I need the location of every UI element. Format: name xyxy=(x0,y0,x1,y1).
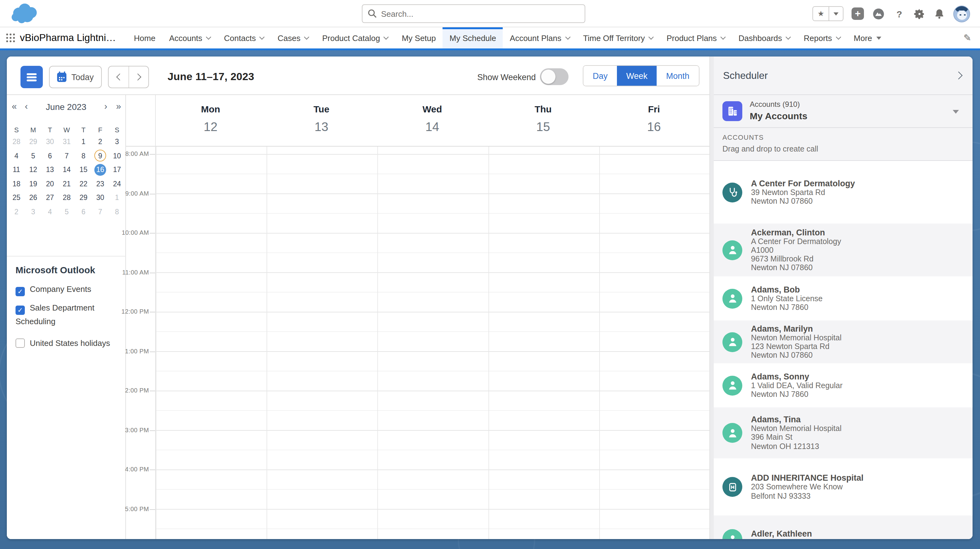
mini-day[interactable]: 31 xyxy=(61,136,73,148)
view-day-button[interactable]: Day xyxy=(584,66,617,86)
mini-day[interactable]: 3 xyxy=(27,206,39,218)
tab-account-plans[interactable]: Account Plans xyxy=(503,27,576,48)
list-item[interactable]: Adams, Sonny1 Valid DEA, Valid RegularNe… xyxy=(714,363,972,407)
mini-day[interactable]: 4 xyxy=(44,206,56,218)
tab-more[interactable]: More xyxy=(847,27,888,48)
edit-nav-pencil-icon[interactable]: ✎ xyxy=(964,32,971,43)
user-avatar[interactable] xyxy=(953,5,970,22)
checkbox-checked-icon[interactable]: ✓ xyxy=(16,306,25,315)
mini-day[interactable]: 26 xyxy=(27,192,39,204)
tab-product-catalog[interactable]: Product Catalog xyxy=(315,27,395,48)
list-item[interactable]: Ackerman, ClintonA Center For Dermatolog… xyxy=(714,223,972,276)
day-header-fri[interactable]: Fri16 xyxy=(598,95,710,147)
mini-day[interactable]: 13 xyxy=(44,164,56,176)
mini-day-selected[interactable]: 16 xyxy=(94,164,106,176)
app-name[interactable]: vBioPharma Lightni… xyxy=(20,32,116,43)
view-week-button[interactable]: Week xyxy=(617,66,657,86)
mini-day[interactable]: 2 xyxy=(11,206,22,218)
mini-day[interactable]: 7 xyxy=(61,150,73,162)
list-item[interactable]: Adams, MarilynNewton Memorial Hospital12… xyxy=(714,321,972,363)
setup-gear-icon[interactable] xyxy=(913,8,925,19)
view-month-button[interactable]: Month xyxy=(657,66,699,86)
hour-tick xyxy=(150,312,155,313)
tab-contacts[interactable]: Contacts xyxy=(217,27,271,48)
mini-day[interactable]: 20 xyxy=(44,178,56,190)
tab-reports[interactable]: Reports xyxy=(797,27,847,48)
mini-day[interactable]: 28 xyxy=(61,192,73,204)
time-label: 10:00 AM xyxy=(96,229,149,236)
day-header-tue[interactable]: Tue13 xyxy=(266,95,377,147)
list-item[interactable]: Adams, TinaNewton Memorial Hospital396 M… xyxy=(714,407,972,458)
hour-tick xyxy=(150,469,155,470)
mini-day[interactable]: 6 xyxy=(44,150,56,162)
favorites-star-icon[interactable]: ★ xyxy=(813,7,829,21)
week-grid[interactable] xyxy=(156,147,710,539)
tab-home[interactable]: Home xyxy=(127,27,162,48)
list-item[interactable]: Adams, Bob1 Only State LicenseNewton NJ … xyxy=(714,276,972,321)
checkbox-unchecked-icon[interactable] xyxy=(16,338,25,348)
tab-dashboards[interactable]: Dashboards xyxy=(732,27,797,48)
mini-day[interactable]: 7 xyxy=(94,206,106,218)
mini-day[interactable]: 30 xyxy=(44,136,56,148)
day-header-thu[interactable]: Thu15 xyxy=(488,95,598,147)
mini-day[interactable]: 24 xyxy=(111,178,123,190)
mini-day[interactable]: 3 xyxy=(111,136,123,148)
mini-day[interactable]: 29 xyxy=(27,136,39,148)
list-item[interactable]: ADD INHERITANCE Hospital203 Somewhere We… xyxy=(714,458,972,515)
today-button[interactable]: Today xyxy=(49,66,102,88)
day-header-wed[interactable]: Wed14 xyxy=(377,95,487,147)
mini-day[interactable]: 15 xyxy=(78,164,89,176)
tab-accounts[interactable]: Accounts xyxy=(162,27,217,48)
day-header-mon[interactable]: Mon12 xyxy=(155,95,266,147)
mini-day[interactable]: 5 xyxy=(27,150,39,162)
mini-day[interactable]: 11 xyxy=(11,164,22,176)
previous-week-button[interactable] xyxy=(108,67,129,88)
show-weekend-toggle[interactable] xyxy=(540,68,568,85)
calendar-scrollbar[interactable] xyxy=(710,56,714,539)
mini-day[interactable]: 18 xyxy=(11,178,22,190)
tab-my-setup[interactable]: My Setup xyxy=(395,27,443,48)
checkbox-checked-icon[interactable]: ✓ xyxy=(16,287,25,296)
app-launcher-icon[interactable] xyxy=(6,34,15,42)
accounts-list: A Center For Dermatology39 Newton Sparta… xyxy=(714,161,972,539)
mini-day[interactable]: 1 xyxy=(78,136,89,148)
mini-day[interactable]: 29 xyxy=(78,192,89,204)
mini-day[interactable]: 19 xyxy=(27,178,39,190)
list-item[interactable]: A Center For Dermatology39 Newton Sparta… xyxy=(714,161,972,223)
drag-drop-hint: Drag and drop to create call xyxy=(722,145,818,153)
next-month-button[interactable]: › xyxy=(104,101,107,111)
next-week-button[interactable] xyxy=(129,67,148,88)
mini-day[interactable]: 8 xyxy=(78,150,89,162)
accounts-selector[interactable]: Accounts (910) My Accounts xyxy=(714,95,972,128)
mini-day[interactable]: 12 xyxy=(27,164,39,176)
tab-product-plans[interactable]: Product Plans xyxy=(660,27,732,48)
tab-time-off-territory[interactable]: Time Off Territory xyxy=(576,27,660,48)
calendar-menu-button[interactable] xyxy=(21,66,43,88)
mini-day[interactable]: 17 xyxy=(111,164,123,176)
collapse-panel-chevron-icon[interactable] xyxy=(955,72,963,79)
help-icon[interactable]: ? xyxy=(893,8,905,20)
outlook-item-company-events[interactable]: ✓Company Events xyxy=(16,282,119,296)
mini-day[interactable]: 4 xyxy=(11,150,22,162)
mini-day[interactable]: 23 xyxy=(94,178,106,190)
mini-day[interactable]: 22 xyxy=(78,178,89,190)
mini-day[interactable]: 5 xyxy=(61,206,73,218)
next-year-button[interactable]: » xyxy=(116,101,121,111)
mini-day[interactable]: 27 xyxy=(44,192,56,204)
favorites-dropdown-icon[interactable] xyxy=(829,7,843,21)
mini-day[interactable]: 28 xyxy=(11,136,22,148)
mini-day[interactable]: 14 xyxy=(61,164,73,176)
search-input[interactable] xyxy=(362,4,585,23)
tab-my-schedule[interactable]: My Schedule xyxy=(443,27,503,48)
trailhead-icon[interactable] xyxy=(872,7,885,20)
mini-day[interactable]: 21 xyxy=(61,178,73,190)
global-add-icon[interactable]: + xyxy=(851,8,864,20)
list-item[interactable]: Adler, Kathleen42 Van Horn Rd xyxy=(714,515,972,539)
tab-cases[interactable]: Cases xyxy=(270,27,315,48)
mini-day[interactable]: 8 xyxy=(111,206,123,218)
selector-dropdown-icon[interactable] xyxy=(953,110,959,114)
mini-day[interactable]: 2 xyxy=(94,136,106,148)
mini-day[interactable]: 6 xyxy=(78,206,89,218)
notifications-bell-icon[interactable] xyxy=(934,8,945,19)
mini-day[interactable]: 25 xyxy=(11,192,22,204)
